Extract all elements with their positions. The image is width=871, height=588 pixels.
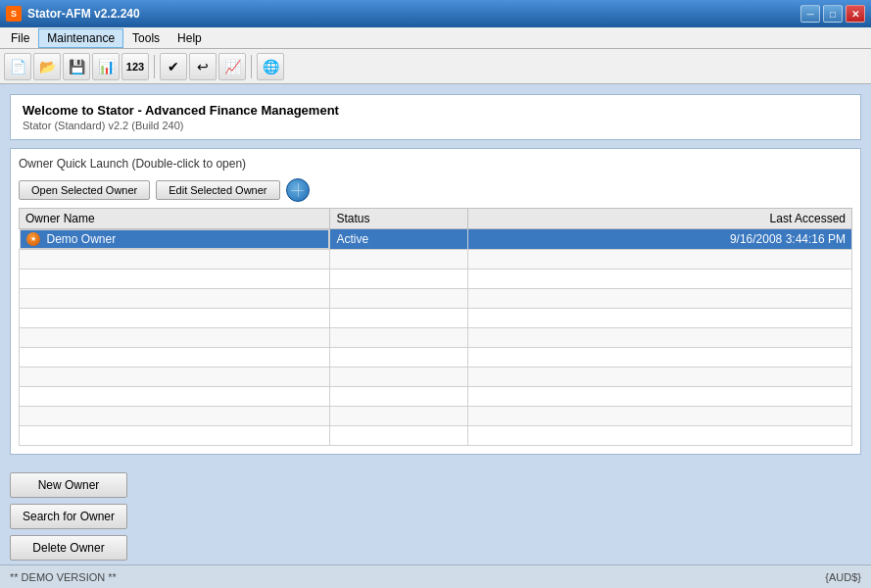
toolbar: 📄 📂 💾 📊 123 ✔ ↩ 📈 🌐 (0, 49, 871, 84)
status-left: ** DEMO VERSION ** (10, 571, 117, 583)
app-icon: S (6, 6, 22, 22)
status-right: {AUD$} (825, 571, 861, 583)
table-row[interactable] (20, 270, 852, 289)
minimize-button[interactable]: ─ (800, 5, 820, 23)
table-row[interactable] (20, 328, 852, 348)
menu-tools[interactable]: Tools (123, 28, 169, 48)
table-row[interactable] (20, 407, 852, 426)
col-status: Status (330, 209, 468, 229)
table-row[interactable]: Demo Owner Active 9/16/2008 3:44:16 PM (20, 229, 852, 250)
table-row[interactable] (20, 309, 852, 328)
bottom-actions: New Owner Search for Owner Delete Owner (0, 465, 871, 570)
delete-owner-button[interactable]: Delete Owner (10, 535, 127, 561)
toolbar-open-btn[interactable]: 📂 (33, 53, 61, 80)
welcome-panel: Welcome to Stator - Advanced Finance Man… (10, 94, 861, 140)
content-wrapper: Welcome to Stator - Advanced Finance Man… (0, 84, 871, 588)
owner-name-cell: Demo Owner (20, 229, 330, 249)
main-area: Welcome to Stator - Advanced Finance Man… (0, 84, 871, 465)
owner-panel-title: Owner Quick Launch (Double-click to open… (19, 157, 852, 171)
col-last-accessed: Last Accessed (468, 209, 852, 229)
toolbar-report-btn[interactable]: 📈 (218, 53, 246, 80)
owner-panel-toolbar: Open Selected Owner Edit Selected Owner (19, 178, 852, 202)
toolbar-back-btn[interactable]: ↩ (189, 53, 217, 80)
table-row[interactable] (20, 289, 852, 309)
toolbar-check-btn[interactable]: ✔ (160, 53, 187, 80)
table-row[interactable] (20, 348, 852, 368)
app-title: Stator-AFM v2.2.240 (27, 7, 140, 21)
status-bar: ** DEMO VERSION ** {AUD$} (0, 564, 871, 588)
welcome-title: Welcome to Stator - Advanced Finance Man… (23, 103, 848, 118)
last-accessed-cell: 9/16/2008 3:44:16 PM (468, 229, 852, 250)
toolbar-chart-btn[interactable]: 📊 (92, 53, 120, 80)
toolbar-new-btn[interactable]: 📄 (4, 53, 31, 80)
close-button[interactable]: ✕ (846, 5, 865, 23)
open-selected-owner-button[interactable]: Open Selected Owner (19, 180, 150, 200)
globe-icon-button[interactable] (286, 178, 310, 202)
table-row[interactable] (20, 250, 852, 270)
owner-table: Owner Name Status Last Accessed Demo Own… (19, 208, 852, 446)
menu-help[interactable]: Help (169, 28, 211, 48)
table-row[interactable] (20, 368, 852, 387)
title-bar: S Stator-AFM v2.2.240 ─ □ ✕ (0, 0, 871, 27)
edit-selected-owner-button[interactable]: Edit Selected Owner (156, 180, 279, 200)
status-cell: Active (330, 229, 468, 250)
window-controls: ─ □ ✕ (800, 5, 865, 23)
toolbar-separator2 (251, 55, 252, 78)
col-owner-name: Owner Name (20, 209, 330, 229)
toolbar-save-btn[interactable]: 💾 (63, 53, 90, 80)
menu-file[interactable]: File (2, 28, 38, 48)
table-row[interactable] (20, 426, 852, 446)
welcome-subtitle: Stator (Standard) v2.2 (Build 240) (23, 120, 848, 131)
owner-panel: Owner Quick Launch (Double-click to open… (10, 148, 861, 455)
toolbar-separator (154, 55, 155, 78)
toolbar-text-btn[interactable]: 123 (121, 53, 149, 80)
menu-maintenance[interactable]: Maintenance (38, 28, 123, 48)
table-row[interactable] (20, 387, 852, 407)
owner-row-icon (26, 232, 40, 246)
search-owner-button[interactable]: Search for Owner (10, 504, 127, 529)
new-owner-button[interactable]: New Owner (10, 472, 127, 498)
maximize-button[interactable]: □ (823, 5, 843, 23)
menu-bar: File Maintenance Tools Help (0, 27, 871, 49)
toolbar-globe-btn[interactable]: 🌐 (257, 53, 284, 80)
